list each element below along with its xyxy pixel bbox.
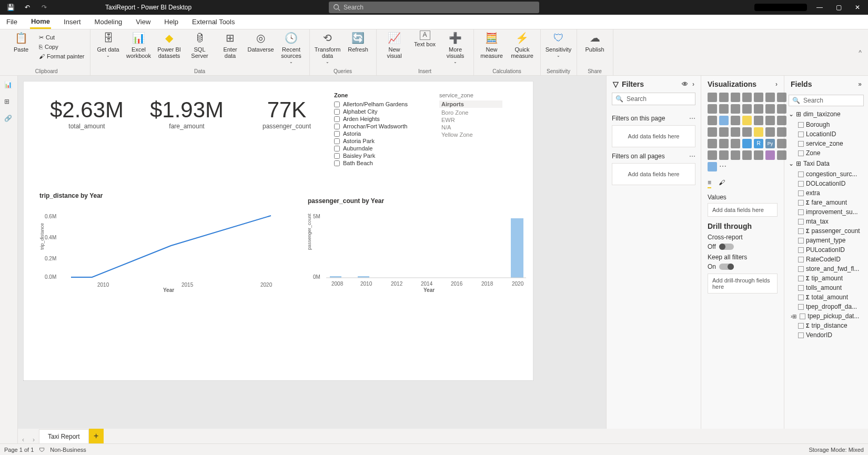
fields-tab-icon[interactable]: ≡ xyxy=(708,179,711,188)
values-dropzone[interactable]: Add data fields here xyxy=(708,203,778,217)
sensitivity-button[interactable]: 🛡Sensitivity⌄ xyxy=(546,31,571,58)
checkbox[interactable] xyxy=(334,160,340,166)
viz-gallery[interactable]: RPy ⋯ xyxy=(701,93,784,171)
card-passenger-count[interactable]: 77K passenger_count xyxy=(245,97,329,130)
checkbox[interactable] xyxy=(798,228,804,234)
quick-measure-button[interactable]: ⚡Quick measure xyxy=(510,31,535,59)
field-item[interactable]: RateCodeID xyxy=(788,255,865,264)
more-icon[interactable]: ⋯ xyxy=(689,115,695,122)
checkbox[interactable] xyxy=(334,116,340,122)
excel-button[interactable]: 📊Excel workbook xyxy=(126,31,152,59)
slicer-item[interactable]: Astoria Park xyxy=(334,137,423,145)
more-visuals-button[interactable]: ➕More visuals⌄ xyxy=(443,31,468,65)
checkbox[interactable] xyxy=(798,295,804,300)
menu-view[interactable]: View xyxy=(135,16,152,28)
checkbox[interactable] xyxy=(334,109,340,115)
slicer-item[interactable]: N/A xyxy=(439,124,502,131)
drill-dropzone[interactable]: Add drill-through fields here xyxy=(708,274,778,294)
checkbox[interactable] xyxy=(334,124,340,129)
chevron-right-icon[interactable]: » xyxy=(858,80,862,88)
slicer-item[interactable]: EWR xyxy=(439,116,502,124)
menu-help[interactable]: Help xyxy=(163,16,179,28)
paste-button[interactable]: 📋Paste xyxy=(8,31,34,53)
field-item[interactable]: Σtip_amount xyxy=(788,274,865,283)
save-icon[interactable]: 💾 xyxy=(4,4,17,11)
checkbox[interactable] xyxy=(798,132,804,137)
page-tab[interactable]: Taxi Report xyxy=(39,429,89,443)
field-item[interactable]: ›⊞tpep_pickup_dat... xyxy=(788,311,865,321)
format-painter-button[interactable]: 🖌Format painter xyxy=(39,52,85,61)
report-view-icon[interactable]: 📊 xyxy=(4,81,14,90)
fields-search[interactable]: 🔍Search xyxy=(789,95,864,106)
chart-trip-distance[interactable]: trip_distance by Year 0.6M 0.4M 0.2M 0.0… xyxy=(39,192,281,294)
checkbox[interactable] xyxy=(334,131,340,137)
checkbox[interactable] xyxy=(334,146,340,151)
copy-button[interactable]: ⎘Copy xyxy=(39,42,85,52)
field-item[interactable]: PULocationID xyxy=(788,245,865,255)
slicer-item[interactable]: Bath Beach xyxy=(334,159,423,167)
checkbox[interactable] xyxy=(798,150,804,156)
slicer-item[interactable]: Yellow Zone xyxy=(439,131,502,138)
menu-insert[interactable]: Insert xyxy=(63,16,82,28)
checkbox[interactable] xyxy=(798,285,804,291)
chevron-right-icon[interactable]: › xyxy=(692,80,694,88)
field-item[interactable]: tpep_dropoff_da... xyxy=(788,302,865,311)
new-measure-button[interactable]: 🧮New measure xyxy=(479,31,504,59)
checkbox[interactable] xyxy=(798,247,804,253)
checkbox[interactable] xyxy=(798,181,804,187)
field-item[interactable]: Zone xyxy=(788,148,865,158)
slicer-item[interactable]: Allerton/Pelham Gardens xyxy=(334,100,423,108)
slicer-item[interactable]: Baisley Park xyxy=(334,152,423,159)
field-item[interactable]: service_zone xyxy=(788,139,865,148)
get-data-button[interactable]: 🗄Get data⌄ xyxy=(96,31,121,58)
checkbox[interactable] xyxy=(798,122,804,128)
pbi-datasets-button[interactable]: ◆Power BI datasets xyxy=(157,31,182,59)
table-header[interactable]: ⌄⊞Taxi Data xyxy=(788,158,865,169)
chart-passenger-count[interactable]: passenger_count by Year 5M 0M passenger_… xyxy=(308,197,529,294)
chevron-right-icon[interactable]: › xyxy=(775,80,778,88)
checkbox[interactable] xyxy=(798,209,804,215)
filters-all-dropzone[interactable]: Add data fields here xyxy=(612,163,695,185)
checkbox[interactable] xyxy=(334,138,340,144)
checkbox[interactable] xyxy=(798,323,804,329)
undo-icon[interactable]: ↶ xyxy=(21,4,34,11)
text-box-button[interactable]: AText box xyxy=(412,31,438,47)
enter-data-button[interactable]: ⊞Enter data xyxy=(218,31,243,59)
menu-modeling[interactable]: Modeling xyxy=(94,16,124,28)
slicer-item[interactable]: Auburndale xyxy=(334,145,423,152)
checkbox[interactable] xyxy=(334,102,340,107)
slicer-service-zone[interactable]: service_zone AirportsBoro ZoneEWRN/AYell… xyxy=(439,92,502,138)
maximize-icon[interactable]: ▢ xyxy=(832,4,845,11)
slicer-item[interactable]: Arrochar/Fort Wadsworth xyxy=(334,123,423,130)
menu-home[interactable]: Home xyxy=(30,15,51,29)
field-item[interactable]: Σtrip_distance xyxy=(788,321,865,330)
checkbox[interactable] xyxy=(798,238,804,244)
checkbox[interactable] xyxy=(798,276,804,281)
checkbox[interactable] xyxy=(798,266,804,272)
field-item[interactable]: Σfare_amount xyxy=(788,198,865,207)
page-surface[interactable]: $2.63M total_amount $1.93M fare_amount 7… xyxy=(23,81,533,381)
publish-button[interactable]: ☁Publish xyxy=(582,31,608,53)
checkbox[interactable] xyxy=(800,314,805,319)
report-canvas[interactable]: $2.63M total_amount $1.93M fare_amount 7… xyxy=(18,76,606,443)
checkbox[interactable] xyxy=(798,257,804,262)
slicer-item[interactable]: Astoria xyxy=(334,130,423,137)
checkbox[interactable] xyxy=(798,332,804,338)
field-item[interactable]: LocationID xyxy=(788,129,865,139)
prev-page-icon[interactable]: ‹ xyxy=(18,436,28,443)
model-view-icon[interactable]: 🔗 xyxy=(4,115,14,124)
transform-data-button[interactable]: ⟲Transform data⌄ xyxy=(315,31,340,65)
redo-icon[interactable]: ↷ xyxy=(38,4,51,11)
new-visual-button[interactable]: 📈New visual xyxy=(382,31,407,59)
field-item[interactable]: improvement_su... xyxy=(788,207,865,217)
card-fare-amount[interactable]: $1.93M fare_amount xyxy=(139,97,234,130)
field-item[interactable]: Σpassenger_count xyxy=(788,226,865,236)
format-tab-icon[interactable]: 🖌 xyxy=(719,179,725,188)
cross-report-toggle[interactable] xyxy=(719,244,734,250)
field-item[interactable]: DOLocationID xyxy=(788,179,865,188)
field-item[interactable]: mta_tax xyxy=(788,217,865,226)
more-icon[interactable]: ⋯ xyxy=(689,153,695,160)
cut-button[interactable]: ✂Cut xyxy=(39,33,85,42)
slicer-item[interactable]: Boro Zone xyxy=(439,109,502,116)
slicer-zone[interactable]: Zone Allerton/Pelham GardensAlphabet Cit… xyxy=(334,92,423,167)
